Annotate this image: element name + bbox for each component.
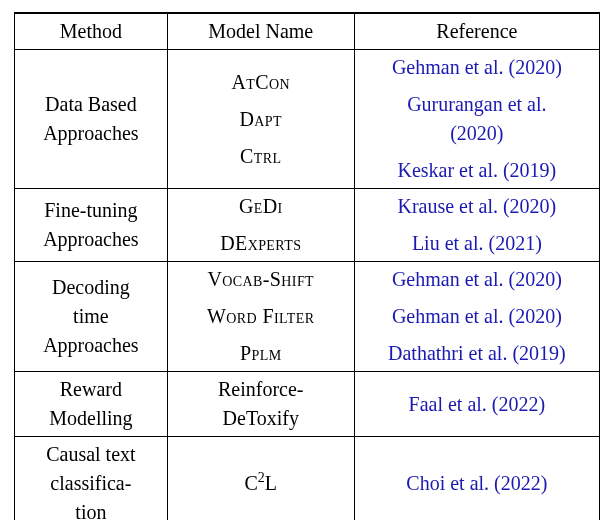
table-row: Data BasedApproachesAtConDaptCtrlGehman …	[15, 50, 600, 189]
table-row: RewardModellingReinforce-DeToxifyFaal et…	[15, 372, 600, 437]
model-name: AtCon	[231, 69, 290, 96]
reference-cell: Faal et al. (2022)	[354, 372, 599, 437]
method-line: Reward	[60, 376, 122, 403]
model-name: C2L	[244, 470, 277, 497]
methods-table: Method Model Name Reference Data BasedAp…	[14, 12, 600, 520]
reference-link[interactable]: Keskar et al. (2019)	[397, 157, 556, 184]
model-name: GeDi	[239, 193, 283, 220]
reference-cell: Krause et al. (2020)Liu et al. (2021)	[354, 189, 599, 262]
method-line: Fine-tuning	[44, 197, 137, 224]
reference-link[interactable]: Dathathri et al. (2019)	[388, 340, 566, 367]
header-reference: Reference	[354, 13, 599, 50]
reference-link[interactable]: Gehman et al. (2020)	[392, 54, 562, 81]
reference-link[interactable]: Gehman et al. (2020)	[392, 266, 562, 293]
model-name: Ctrl	[240, 143, 281, 170]
method-cell: Causal textclassifica-tion	[15, 437, 168, 521]
method-cell: Data BasedApproaches	[15, 50, 168, 189]
method-line: Causal text	[46, 441, 135, 468]
table-row: Causal textclassifica-tionC2LChoi et al.…	[15, 437, 600, 521]
reference-cell: Gehman et al. (2020)Gehman et al. (2020)…	[354, 262, 599, 372]
model-cell: AtConDaptCtrl	[167, 50, 354, 189]
reference-cell: Gehman et al. (2020)Gururangan et al.(20…	[354, 50, 599, 189]
reference-link[interactable]: Faal et al. (2022)	[409, 391, 546, 418]
model-name: Pplm	[240, 340, 282, 367]
header-model: Model Name	[167, 13, 354, 50]
table-header-row: Method Model Name Reference	[15, 13, 600, 50]
method-cell: Fine-tuningApproaches	[15, 189, 168, 262]
reference-cell: Choi et al. (2022)	[354, 437, 599, 521]
model-cell: Reinforce-DeToxify	[167, 372, 354, 437]
reference-link[interactable]: Liu et al. (2021)	[412, 230, 542, 257]
method-line: Decoding	[52, 274, 130, 301]
header-method: Method	[15, 13, 168, 50]
method-line: Approaches	[43, 332, 139, 359]
method-line: Approaches	[43, 226, 139, 253]
table-row: Fine-tuningApproachesGeDiDExpertsKrause …	[15, 189, 600, 262]
method-line: time	[73, 303, 109, 330]
model-cell: Vocab-ShiftWord FilterPplm	[167, 262, 354, 372]
method-cell: DecodingtimeApproaches	[15, 262, 168, 372]
model-name: Dapt	[240, 106, 283, 133]
method-line: Approaches	[43, 120, 139, 147]
model-name: DExperts	[220, 230, 301, 257]
reference-link[interactable]: Choi et al. (2022)	[406, 470, 547, 497]
reference-link[interactable]: Gururangan et al.(2020)	[407, 91, 546, 147]
reference-link[interactable]: Krause et al. (2020)	[397, 193, 556, 220]
reference-link[interactable]: Gehman et al. (2020)	[392, 303, 562, 330]
model-cell: C2L	[167, 437, 354, 521]
method-line: classifica-	[50, 470, 131, 497]
model-name: Word Filter	[207, 303, 314, 330]
model-name: Reinforce-DeToxify	[218, 376, 304, 432]
method-line: tion	[75, 499, 106, 520]
model-name: Vocab-Shift	[207, 266, 314, 293]
table-row: DecodingtimeApproachesVocab-ShiftWord Fi…	[15, 262, 600, 372]
method-line: Modelling	[49, 405, 132, 432]
method-cell: RewardModelling	[15, 372, 168, 437]
model-cell: GeDiDExperts	[167, 189, 354, 262]
method-line: Data Based	[45, 91, 137, 118]
